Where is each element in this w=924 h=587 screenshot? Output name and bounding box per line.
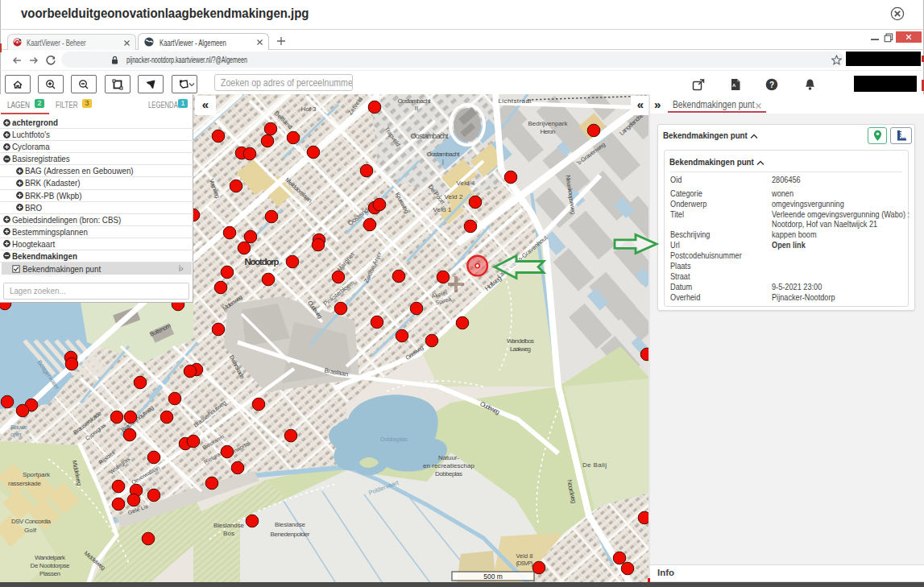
svg-text:Veld 1: Veld 1 xyxy=(433,206,453,213)
svg-text:Lichtstraat: Lichtstraat xyxy=(499,97,532,105)
svg-text:Plassen: Plassen xyxy=(39,570,60,577)
svg-text:Golf: Golf xyxy=(24,527,37,534)
svg-text:oper: oper xyxy=(10,431,23,438)
svg-text:Benedenpolder: Benedenpolder xyxy=(271,531,310,538)
svg-text:Dobbeplas: Dobbeplas xyxy=(435,470,462,477)
svg-text:Natuur-: Natuur- xyxy=(438,454,459,461)
svg-text:De Balij: De Balij xyxy=(582,461,607,469)
svg-text:Blauwe: Blauwe xyxy=(10,424,27,431)
svg-text:DSV Concordia: DSV Concordia xyxy=(11,518,52,525)
svg-text:Veld 2: Veld 2 xyxy=(445,193,464,200)
svg-text:?: ? xyxy=(769,81,774,89)
svg-text:Heron: Heron xyxy=(541,128,556,135)
svg-text:en recreatieschap: en recreatieschap xyxy=(423,462,475,469)
svg-text:II: II xyxy=(415,105,418,112)
svg-text:(DSVP): (DSVP) xyxy=(516,560,534,567)
svg-text:Oostambacht: Oostambacht xyxy=(398,97,432,105)
svg-text:Nootdorp: Nootdorp xyxy=(245,257,280,267)
svg-text:Laakweg: Laakweg xyxy=(510,345,531,353)
svg-text:500 m: 500 m xyxy=(483,573,503,581)
svg-text:Sportpark: Sportpark xyxy=(23,471,51,478)
svg-text:Bieslandse: Bieslandse xyxy=(275,521,306,528)
svg-text:Veld 8: Veld 8 xyxy=(516,552,533,560)
svg-text:Wandelbos: Wandelbos xyxy=(507,337,534,345)
svg-text:rasserskade: rasserskade xyxy=(8,480,42,487)
svg-text:De Nootdorpse: De Nootdorpse xyxy=(31,562,71,569)
svg-text:|: | xyxy=(442,159,444,165)
svg-text:Wandelpark: Wandelpark xyxy=(35,554,66,561)
svg-text:Hof 3: Hof 3 xyxy=(301,105,317,113)
svg-text:Veld 4: Veld 4 xyxy=(457,180,476,187)
svg-text:Bos: Bos xyxy=(223,530,234,537)
svg-text:Dobbeplas: Dobbeplas xyxy=(380,436,408,443)
svg-text:Bedrijvenpark: Bedrijvenpark xyxy=(528,120,569,127)
svg-text:Oostambacht: Oostambacht xyxy=(411,132,449,140)
svg-text:Oostambacht: Oostambacht xyxy=(427,151,461,158)
svg-text:Bieslandse: Bieslandse xyxy=(213,522,245,529)
svg-text:A: A xyxy=(732,83,736,88)
